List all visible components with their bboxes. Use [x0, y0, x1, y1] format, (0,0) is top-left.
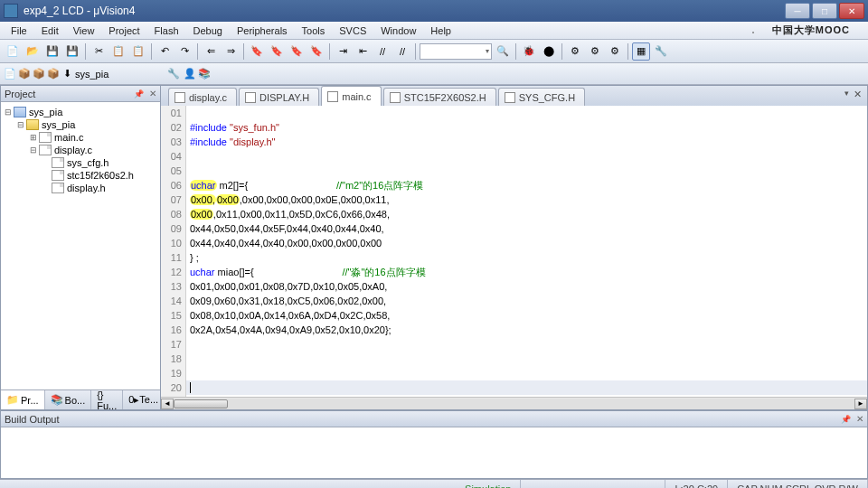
- svg-rect-2: [752, 33, 753, 33]
- scroll-right-icon[interactable]: ►: [854, 399, 867, 409]
- tab-main-c[interactable]: main.c: [321, 86, 381, 106]
- find-icon[interactable]: 🔍: [494, 42, 512, 61]
- menu-window[interactable]: Window: [373, 23, 423, 38]
- batch-build-icon[interactable]: 📦: [47, 68, 60, 80]
- menu-svcs[interactable]: SVCS: [332, 23, 373, 38]
- rebuild-icon[interactable]: ⚙: [586, 42, 604, 61]
- menu-peripherals[interactable]: Peripherals: [230, 23, 295, 38]
- bookmark-prev-icon[interactable]: 🔖: [268, 42, 286, 61]
- tree-root[interactable]: sys_pia: [29, 107, 62, 117]
- rebuild-all-icon[interactable]: 📦: [33, 68, 45, 80]
- close-button[interactable]: ✕: [839, 3, 864, 19]
- breakpoint-icon[interactable]: ⬤: [540, 42, 558, 61]
- svg-rect-3: [753, 33, 754, 33]
- tree-file[interactable]: sys_cfg.h: [67, 157, 108, 168]
- line-gutter: 01 02 03 04 05 06 07 08 09 10 11 12 13 1…: [161, 106, 186, 397]
- tabs-dropdown-icon[interactable]: ▾: [844, 89, 849, 98]
- build-target-icon[interactable]: 📦: [18, 68, 31, 80]
- undo-icon[interactable]: ↶: [156, 42, 174, 61]
- minimize-button[interactable]: ─: [785, 3, 810, 19]
- tab-stc-h[interactable]: STC15F2X60S2.H: [383, 88, 496, 106]
- config-icon[interactable]: 🔧: [652, 42, 670, 61]
- menu-view[interactable]: View: [66, 23, 102, 38]
- menu-project[interactable]: Project: [101, 23, 146, 38]
- build-output-title: Build Output: [5, 414, 60, 425]
- copy-icon[interactable]: 📋: [109, 42, 127, 61]
- new-icon[interactable]: 📄: [4, 42, 22, 61]
- tab-display-h[interactable]: DISPLAY.H: [239, 88, 319, 106]
- code-content[interactable]: #include "sys_fun.h"#include "display.h"…: [186, 106, 867, 397]
- manage-icon[interactable]: 👤: [184, 68, 196, 80]
- options-icon[interactable]: ⚙: [606, 42, 624, 61]
- tab-functions[interactable]: {} Fu...: [91, 390, 123, 409]
- save-icon[interactable]: 💾: [43, 42, 61, 61]
- redo-icon[interactable]: ↷: [175, 42, 193, 61]
- bookmark-icon[interactable]: 🔖: [248, 42, 266, 61]
- menubar: File Edit View Project Flash Debug Perip…: [0, 22, 868, 40]
- paste-icon[interactable]: 📋: [129, 42, 147, 61]
- open-icon[interactable]: 📂: [24, 42, 42, 61]
- svg-rect-0: [752, 32, 753, 33]
- watermark: 中国大学MOOC: [745, 22, 857, 39]
- scroll-thumb[interactable]: [174, 399, 228, 408]
- tree-file[interactable]: display.c: [54, 145, 92, 155]
- horizontal-scrollbar[interactable]: ◄ ►: [161, 397, 867, 409]
- tab-books[interactable]: 📚Bo...: [45, 390, 92, 409]
- panel-close-icon[interactable]: ✕: [856, 414, 863, 424]
- mooc-logo-icon: [745, 23, 761, 39]
- pin-icon[interactable]: 📌: [134, 89, 144, 99]
- statusbar: Simulation L:20 C:29 CAP NUM SCRL OVR R/…: [0, 479, 868, 488]
- standard-toolbar: 📄 📂 💾 💾 ✂ 📋 📋 ↶ ↷ ⇐ ⇒ 🔖 🔖 🔖 🔖 ⇥ ⇤ // // …: [0, 40, 868, 63]
- menu-edit[interactable]: Edit: [34, 23, 66, 38]
- build-icon[interactable]: ⚙: [566, 42, 584, 61]
- project-panel-tabs: 📁Pr... 📚Bo... {} Fu... 0▸Te...: [1, 389, 160, 409]
- scroll-left-icon[interactable]: ◄: [161, 399, 174, 409]
- cut-icon[interactable]: ✂: [90, 42, 108, 61]
- menu-tools[interactable]: Tools: [295, 23, 333, 38]
- window-title: exp4_2 LCD - μVision4: [24, 5, 785, 17]
- nav-back-icon[interactable]: ⇐: [202, 42, 220, 61]
- pin-icon[interactable]: 📌: [841, 415, 851, 424]
- find-combo[interactable]: [420, 43, 492, 60]
- project-panel-header: Project 📌 ✕: [1, 86, 160, 102]
- target-combo[interactable]: sys_pia: [75, 69, 165, 80]
- download-icon[interactable]: ⬇: [63, 68, 71, 80]
- bookmark-clear-icon[interactable]: 🔖: [307, 42, 326, 61]
- status-caps: CAP NUM SCRL OVR R/W: [728, 480, 868, 488]
- menu-help[interactable]: Help: [423, 23, 458, 38]
- code-editor[interactable]: 01 02 03 04 05 06 07 08 09 10 11 12 13 1…: [161, 106, 867, 397]
- editor-area: display.c DISPLAY.H main.c STC15F2X60S2.…: [161, 85, 868, 410]
- indent-icon[interactable]: ⇥: [334, 42, 352, 61]
- build-toolbar: 📄 📦 📦 📦 ⬇ sys_pia 🔧 👤 📚: [0, 63, 868, 85]
- comment-icon[interactable]: //: [373, 42, 392, 61]
- tab-syscfg-h[interactable]: SYS_CFG.H: [498, 88, 585, 106]
- bookmark-next-icon[interactable]: 🔖: [288, 42, 306, 61]
- build-output-body[interactable]: [1, 427, 867, 478]
- tree-file[interactable]: display.h: [67, 183, 106, 193]
- project-tree[interactable]: ⊟sys_pia ⊟sys_pia ⊞main.c ⊟display.c sys…: [1, 102, 160, 389]
- tree-file[interactable]: main.c: [54, 132, 83, 143]
- menu-file[interactable]: File: [4, 23, 34, 38]
- panel-close-icon[interactable]: ✕: [149, 89, 156, 99]
- tab-display-c[interactable]: display.c: [168, 88, 237, 106]
- tree-group[interactable]: sys_pia: [42, 119, 75, 130]
- translate-icon[interactable]: 📄: [4, 68, 16, 80]
- tab-templates[interactable]: 0▸Te...: [123, 390, 165, 409]
- saveall-icon[interactable]: 💾: [63, 42, 81, 61]
- menu-debug[interactable]: Debug: [186, 23, 230, 38]
- status-cursor-pos: L:20 C:29: [665, 480, 728, 488]
- tree-file[interactable]: stc15f2k60s2.h: [67, 170, 134, 181]
- project-panel-title: Project: [5, 89, 35, 99]
- outdent-icon[interactable]: ⇤: [354, 42, 372, 61]
- tab-close-icon[interactable]: ✕: [854, 89, 862, 100]
- menu-flash[interactable]: Flash: [147, 23, 186, 38]
- tab-project[interactable]: 📁Pr...: [1, 390, 45, 409]
- titlebar: exp4_2 LCD - μVision4 ─ □ ✕: [0, 0, 868, 22]
- maximize-button[interactable]: □: [812, 3, 837, 19]
- window-icon[interactable]: ▦: [632, 42, 650, 61]
- debug-icon[interactable]: 🐞: [520, 42, 538, 61]
- uncomment-icon[interactable]: //: [393, 42, 411, 61]
- nav-fwd-icon[interactable]: ⇒: [222, 42, 240, 61]
- target-options-icon[interactable]: 🔧: [167, 68, 180, 80]
- books-icon[interactable]: 📚: [198, 68, 211, 80]
